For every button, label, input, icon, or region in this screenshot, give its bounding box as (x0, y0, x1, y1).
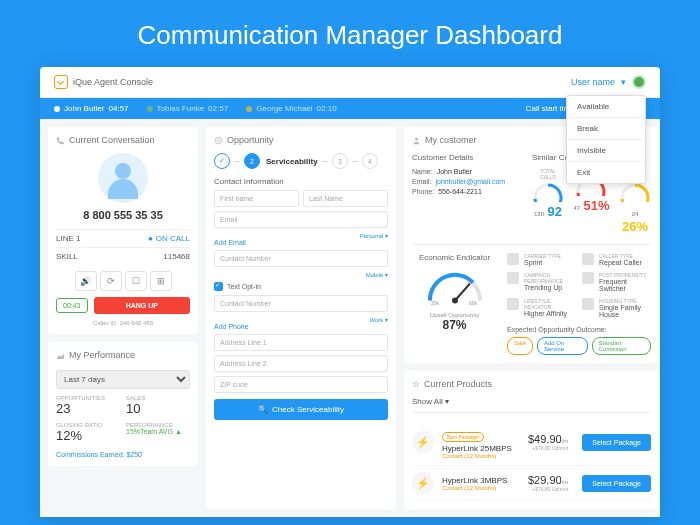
product-filter[interactable]: Show All ▾ (412, 397, 651, 413)
details-header: Customer Details (412, 153, 522, 162)
agent-name: George Michael (256, 104, 312, 113)
agent-tab[interactable]: George Michael 02:10 (246, 104, 337, 113)
phone-input-1[interactable]: Contact Number (214, 250, 388, 267)
hangup-button[interactable]: HANG UP (94, 297, 190, 314)
product-contract: Contact (12 Months) (442, 485, 520, 491)
phone-type-1[interactable]: Mobile ▾ (214, 271, 388, 278)
indicator-icon (507, 298, 519, 310)
email-input[interactable]: Email (214, 211, 388, 228)
indicator: CALLER TYPERepeat Caller (582, 253, 651, 266)
indicator-icon (582, 298, 594, 310)
product-name: HyperLink 25MBPS (442, 444, 520, 453)
dropdown-item[interactable]: Exit (567, 162, 645, 183)
target-icon (214, 136, 223, 145)
product-price: $49.90/m+$76.80 Upfront (528, 433, 568, 451)
panel-title: Current Conversation (69, 135, 155, 145)
add-email-link[interactable]: Add Email (214, 239, 388, 246)
svg-text:60k: 60k (469, 300, 478, 306)
indicator-icon (507, 272, 519, 284)
perf-metric: PERFORMANCE15%Team AVG ▲ (126, 422, 190, 443)
status-dot-icon (147, 106, 153, 112)
opportunity-panel: Opportunity ✓ 2 Serviceability 3 4 Conta… (206, 127, 396, 509)
cust-name: John Butler (437, 168, 472, 175)
dropdown-item[interactable]: Break (567, 118, 645, 140)
transfer-button[interactable]: ☐ (125, 271, 147, 291)
last-name-input[interactable]: Last Name (303, 190, 388, 207)
add-phone-link[interactable]: Add Phone (214, 323, 388, 330)
agent-name: Tobias Funke (157, 104, 205, 113)
svg-line-9 (455, 284, 470, 301)
phone-number: 8 800 555 35 35 (56, 209, 190, 221)
dropdown-item[interactable]: Invisible (567, 140, 645, 162)
chart-icon (56, 351, 65, 360)
select-package-button[interactable]: Select Package (582, 475, 651, 492)
performance-panel: My Performance Last 7 days OPPORTUNITIES… (48, 342, 198, 466)
line-label: LINE 1 (56, 234, 80, 243)
check-serviceability-button[interactable]: 🔍Check Serviceability (214, 399, 388, 420)
agent-tab[interactable]: Tobias Funke 02:57 (147, 104, 229, 113)
page-title: Communication Manager Dashboard (40, 20, 660, 51)
step-label: Serviceability (266, 157, 318, 166)
user-dropdown: AvailableBreakInvisibleExit (566, 95, 646, 184)
product-icon: ⚡ (412, 431, 434, 453)
call-timer: 00:43 (56, 298, 88, 313)
brand-icon (54, 75, 68, 89)
product-price: $29.90/m+$76.80 Upfront (528, 474, 568, 492)
avatar (98, 153, 148, 203)
hold-button[interactable]: ⟳ (100, 271, 122, 291)
search-icon: 🔍 (258, 405, 268, 414)
keypad-button[interactable]: ⊞ (150, 271, 172, 291)
brand-text: iQue Agent Console (73, 77, 153, 87)
topbar: iQue Agent Console User name ▾ Available… (40, 67, 660, 98)
app-window: iQue Agent Console User name ▾ Available… (40, 67, 660, 517)
phone-type-2[interactable]: Work ▾ (214, 316, 388, 323)
agent-name: John Butler (64, 104, 104, 113)
panel-title: My customer (425, 135, 477, 145)
agent-tab[interactable]: John Butler 04:57 (54, 104, 129, 113)
product-row: ⚡Best Package!HyperLink 25MBPSContact (1… (412, 419, 651, 466)
agent-time: 04:57 (108, 104, 128, 113)
current-conversation-panel: Current Conversation 8 800 555 35 35 LIN… (48, 127, 198, 334)
step-2[interactable]: 2 (244, 153, 260, 169)
indicator-icon (582, 253, 594, 265)
indicator: HOUSING TYPESingle Family House (582, 298, 651, 318)
status-dot-icon (246, 106, 252, 112)
skill-value: 115468 (163, 252, 190, 261)
range-select[interactable]: Last 7 days (56, 370, 190, 389)
perf-metric: SALES10 (126, 395, 190, 416)
address-1-input[interactable]: Address Line 1 (214, 334, 388, 351)
outcome-tag[interactable]: Sale (507, 337, 533, 355)
phone-input-2[interactable]: Contact Number (214, 295, 388, 312)
user-menu[interactable]: User name ▾ AvailableBreakInvisibleExit (571, 75, 646, 89)
cust-phone: 556-644-2211 (438, 188, 482, 195)
svg-point-10 (452, 298, 458, 304)
panel-title: Opportunity (227, 135, 274, 145)
email-type[interactable]: Personal ▾ (214, 232, 388, 239)
status-dot-icon (54, 106, 60, 112)
outcome-tag[interactable]: Standart Comission (592, 337, 651, 355)
brand: iQue Agent Console (54, 75, 153, 89)
wizard-steps: ✓ 2 Serviceability 3 4 (214, 153, 388, 169)
mute-button[interactable]: 🔊 (75, 271, 97, 291)
cust-email[interactable]: johnbutler@gmail.com (435, 178, 505, 185)
first-name-input[interactable]: First name (214, 190, 299, 207)
indicator-icon (582, 272, 594, 284)
product-icon: ⚡ (412, 472, 434, 494)
user-label: User name (571, 77, 615, 87)
section-header: Contact Information (214, 177, 388, 186)
agent-time: 02:10 (317, 104, 337, 113)
outcome-tag[interactable]: Add On Service (537, 337, 588, 355)
dropdown-item[interactable]: Available (567, 96, 645, 118)
address-2-input[interactable]: Address Line 2 (214, 355, 388, 372)
step-1[interactable]: ✓ (214, 153, 230, 169)
best-badge: Best Package! (442, 432, 484, 442)
select-package-button[interactable]: Select Package (582, 434, 651, 451)
step-4[interactable]: 4 (362, 153, 378, 169)
perf-metric: CLOSING RATIO12% (56, 422, 120, 443)
step-3[interactable]: 3 (332, 153, 348, 169)
panel-title: My Performance (69, 350, 135, 360)
zip-input[interactable]: ZIP code (214, 376, 388, 393)
text-optin-checkbox[interactable]: Text Opt-in (214, 282, 388, 291)
product-contract: Contact (12 Months) (442, 453, 520, 459)
gauge: TOTAL CALLS130 92 (532, 168, 564, 234)
